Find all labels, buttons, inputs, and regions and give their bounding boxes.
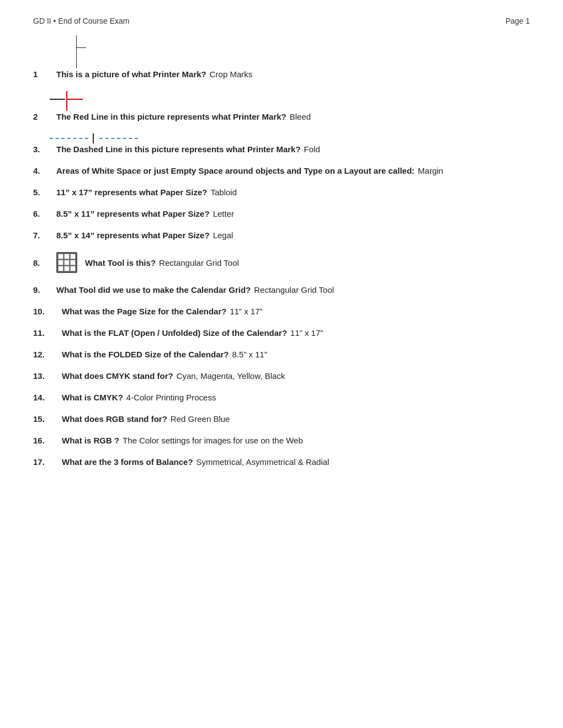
q9-answer: Rectangular Grid Tool: [254, 285, 334, 295]
bleed-visual: [50, 91, 94, 111]
grid-cell: [58, 254, 63, 259]
crop-vert-line: [76, 35, 77, 68]
q12-number: 12.: [33, 350, 59, 359]
page-header: GD II • End of Course Exam Page 1: [33, 17, 530, 25]
q9-number: 9.: [33, 285, 53, 295]
q5-number: 5.: [33, 188, 53, 197]
grid-cell: [70, 254, 76, 259]
grid-cell: [64, 266, 70, 271]
q13-text: What does CMYK stand for?: [62, 371, 173, 381]
grid-cell: [64, 260, 70, 265]
question-8: 8. What Tool is this? Rectangular Grid T…: [33, 252, 530, 273]
q7-row: 7. 8.5” x 14” represents what Paper Size…: [33, 231, 530, 240]
header-right: Page 1: [506, 17, 530, 25]
q13-answer: Cyan, Magenta, Yellow, Black: [177, 371, 285, 381]
q17-text: What are the 3 forms of Balance?: [62, 457, 193, 467]
question-9: 9. What Tool did we use to make the Cale…: [33, 285, 530, 295]
question-13: 13. What does CMYK stand for? Cyan, Mage…: [33, 371, 530, 381]
q6-row: 6. 8.5” x 11” represents what Paper Size…: [33, 209, 530, 218]
q15-answer: Red Green Blue: [171, 414, 230, 424]
q11-number: 11.: [33, 328, 59, 338]
fold-vert-line: [93, 133, 94, 143]
q14-row: 14. What is CMYK? 4-Color Printing Proce…: [33, 393, 530, 402]
q9-row: 9. What Tool did we use to make the Cale…: [33, 285, 530, 295]
q8-answer: Rectangular Grid Tool: [159, 258, 239, 267]
bleed-black-line: [50, 99, 65, 100]
q16-number: 16.: [33, 436, 59, 445]
question-1: 1 This is a picture of what Printer Mark…: [33, 35, 530, 79]
q5-answer: Tabloid: [210, 188, 237, 197]
q2-row: 2 The Red Line in this picture represent…: [33, 112, 530, 121]
q12-answer: 8.5” x 11”: [232, 350, 267, 359]
q4-answer: Margin: [418, 166, 443, 175]
q8-row: 8. What Tool is this? Rectangular Grid T…: [33, 252, 530, 273]
q17-answer: Symmetrical, Asymmetrical & Radial: [196, 457, 330, 467]
q10-number: 10.: [33, 307, 59, 316]
fold-visual: [50, 133, 138, 143]
q17-row: 17. What are the 3 forms of Balance? Sym…: [33, 457, 530, 467]
grid-cell: [70, 260, 76, 265]
bleed-red-line: [67, 99, 83, 100]
q8-number: 8.: [33, 258, 53, 267]
grid-cell: [64, 254, 70, 259]
q3-answer: Fold: [304, 144, 320, 154]
q5-text: 11” x 17” represents what Paper Size?: [56, 188, 207, 197]
crop-horiz-line: [76, 47, 86, 48]
question-10: 10. What was the Page Size for the Calen…: [33, 307, 530, 316]
grid-cell: [58, 266, 63, 271]
q4-number: 4.: [33, 166, 53, 175]
crop-mark-visual: [66, 35, 86, 68]
bleed-vert-line: [66, 91, 67, 111]
q3-number: 3.: [33, 144, 53, 154]
q1-number: 1: [33, 69, 53, 79]
question-15: 15. What does RGB stand for? Red Green B…: [33, 414, 530, 424]
q16-text: What is RGB ?: [62, 436, 119, 445]
q13-row: 13. What does CMYK stand for? Cyan, Mage…: [33, 371, 530, 381]
question-4: 4. Areas of White Space or just Empty Sp…: [33, 166, 530, 175]
q11-text: What is the FLAT (Open / Unfolded) Size …: [62, 328, 287, 338]
q17-number: 17.: [33, 457, 59, 467]
fold-dash-right: [99, 138, 138, 139]
q2-text: The Red Line in this picture represents …: [56, 112, 286, 121]
q14-text: What is CMYK?: [62, 393, 123, 402]
q8-text: What Tool is this?: [85, 258, 156, 267]
q7-answer: Legal: [213, 231, 233, 240]
q1-answer: Crop Marks: [210, 69, 253, 79]
question-3: 3. The Dashed Line in this picture repre…: [33, 133, 530, 154]
grid-cell: [58, 260, 63, 265]
q6-number: 6.: [33, 209, 53, 218]
grid-cell: [70, 266, 76, 271]
q1-row: 1 This is a picture of what Printer Mark…: [33, 69, 530, 79]
question-12: 12. What is the FOLDED Size of the Calen…: [33, 350, 530, 359]
q3-text: The Dashed Line in this picture represen…: [56, 144, 301, 154]
q15-text: What does RGB stand for?: [62, 414, 167, 424]
header-left: GD II • End of Course Exam: [33, 17, 130, 25]
q11-row: 11. What is the FLAT (Open / Unfolded) S…: [33, 328, 530, 338]
question-14: 14. What is CMYK? 4-Color Printing Proce…: [33, 393, 530, 402]
q9-text: What Tool did we use to make the Calenda…: [56, 285, 251, 295]
q6-text: 8.5” x 11” represents what Paper Size?: [56, 209, 210, 218]
question-6: 6. 8.5” x 11” represents what Paper Size…: [33, 209, 530, 218]
q10-row: 10. What was the Page Size for the Calen…: [33, 307, 530, 316]
q2-number: 2: [33, 112, 53, 121]
q16-row: 16. What is RGB ? The Color settings for…: [33, 436, 530, 445]
question-5: 5. 11” x 17” represents what Paper Size?…: [33, 188, 530, 197]
question-17: 17. What are the 3 forms of Balance? Sym…: [33, 457, 530, 467]
q3-row: 3. The Dashed Line in this picture repre…: [33, 144, 530, 154]
question-16: 16. What is RGB ? The Color settings for…: [33, 436, 530, 445]
q4-row: 4. Areas of White Space or just Empty Sp…: [33, 166, 530, 175]
q16-answer: The Color settings for images for use on…: [123, 436, 303, 445]
q7-text: 8.5” x 14” represents what Paper Size?: [56, 231, 210, 240]
q1-text: This is a picture of what Printer Mark?: [56, 69, 206, 79]
question-7: 7. 8.5” x 14” represents what Paper Size…: [33, 231, 530, 240]
q5-row: 5. 11” x 17” represents what Paper Size?…: [33, 188, 530, 197]
q12-row: 12. What is the FOLDED Size of the Calen…: [33, 350, 530, 359]
question-2: 2 The Red Line in this picture represent…: [33, 91, 530, 121]
q15-number: 15.: [33, 414, 59, 424]
q13-number: 13.: [33, 371, 59, 381]
q2-answer: Bleed: [290, 112, 311, 121]
q4-text: Areas of White Space or just Empty Space…: [56, 166, 415, 175]
q12-text: What is the FOLDED Size of the Calendar?: [62, 350, 229, 359]
q14-number: 14.: [33, 393, 59, 402]
q15-row: 15. What does RGB stand for? Red Green B…: [33, 414, 530, 424]
